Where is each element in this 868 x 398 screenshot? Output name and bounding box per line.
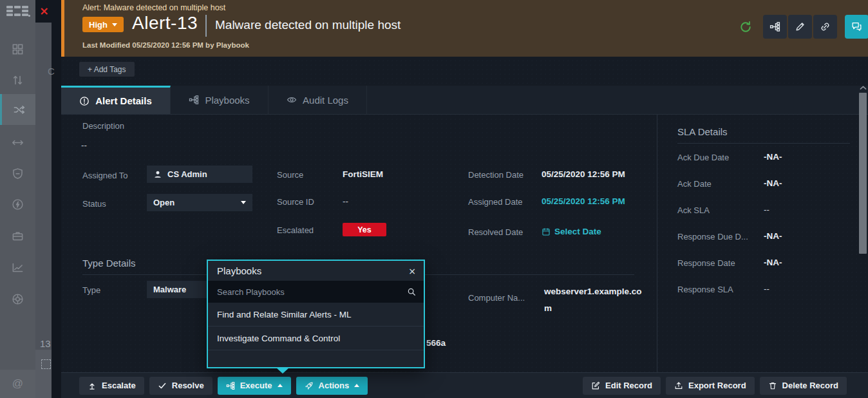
playbook-tree-icon	[226, 381, 235, 390]
sidebar-item-automation[interactable]	[0, 189, 35, 220]
actions-button[interactable]: Actions	[296, 377, 368, 395]
button-label: Resolve	[172, 381, 204, 390]
close-record-button[interactable]: ×	[39, 4, 49, 17]
edit-record-button[interactable]: Edit Record	[583, 377, 661, 395]
comments-button[interactable]	[845, 15, 868, 39]
sla-value: -NA-	[764, 231, 782, 241]
button-label: Edit Record	[605, 381, 652, 390]
popup-search-bar	[208, 281, 424, 303]
tab-playbooks[interactable]: Playbooks	[171, 86, 269, 114]
sla-value: --	[764, 205, 769, 214]
assigned-date-link[interactable]: 05/25/2020 12:56 PM	[542, 196, 625, 206]
calendar-icon	[542, 227, 551, 236]
pencil-icon	[795, 21, 806, 32]
refresh-icon[interactable]	[739, 21, 752, 33]
title-separator	[205, 15, 207, 37]
playbooks-popup: Playbooks × Find and Relate Similar Aler…	[207, 260, 425, 368]
status-dropdown[interactable]: Open	[147, 194, 252, 211]
description-value: --	[81, 140, 87, 150]
bolt-circle-icon	[12, 198, 24, 211]
severity-dropdown[interactable]: High	[82, 17, 124, 32]
close-icon[interactable]: ×	[408, 266, 416, 276]
assigned-date-label: Assigned Date	[468, 197, 523, 207]
briefcase-icon	[12, 230, 24, 242]
sla-value: --	[764, 284, 769, 294]
type-label: Type	[82, 285, 100, 295]
background-page-strip: × C 13	[35, 0, 61, 398]
resolve-button[interactable]: Resolve	[149, 377, 212, 395]
playbooks-button[interactable]	[763, 15, 787, 39]
search-icon	[407, 287, 416, 296]
page-title: Malware detected on multiple host	[215, 18, 401, 32]
playbook-item[interactable]: Investigate Command & Control	[208, 327, 424, 350]
severity-label: High	[89, 20, 108, 30]
computer-name-value: webserver1.example.com	[544, 283, 642, 317]
tab-alert-details[interactable]: Alert Details	[61, 86, 171, 114]
assigned-to-field[interactable]: CS Admin	[147, 166, 252, 183]
tags-row: + Add Tags	[61, 57, 868, 86]
sla-label: Ack Due Date	[677, 153, 729, 162]
playbook-item[interactable]: Find and Relate Similar Alerts - ML	[208, 303, 424, 327]
type-details-heading: Type Details	[82, 258, 136, 269]
delete-record-button[interactable]: Delete Record	[760, 377, 847, 395]
sla-label: Response SLA	[677, 285, 733, 294]
source-id-label: Source ID	[277, 197, 314, 207]
search-playbooks-input[interactable]	[217, 287, 407, 297]
resolved-date-link[interactable]: Select Date	[542, 227, 601, 236]
detection-date-label: Detection Date	[468, 170, 524, 180]
dimmed-page-text: C	[48, 66, 55, 77]
scrollbar-thumb[interactable]	[859, 93, 867, 254]
edit-button[interactable]	[788, 15, 812, 39]
sidebar-item-mentions[interactable]: @	[0, 370, 35, 398]
sla-value: -NA-	[764, 152, 782, 162]
left-nav-rail: @	[0, 0, 35, 398]
export-record-button[interactable]: Export Record	[666, 377, 755, 395]
popup-header: Playbooks ×	[208, 261, 424, 281]
cybersponse-logo	[5, 5, 31, 21]
sidebar-item-navigator[interactable]	[0, 127, 35, 158]
detection-date-value: 05/25/2020 12:56 PM	[542, 169, 625, 179]
execute-button[interactable]: Execute	[218, 377, 291, 395]
source-id-value: --	[343, 196, 348, 206]
sla-label: Ack SLA	[677, 205, 710, 215]
scroll-up-icon[interactable]	[859, 83, 867, 91]
chevron-up-icon	[354, 384, 359, 387]
tab-audit-logs[interactable]: Audit Logs	[269, 86, 367, 114]
status-label: Status	[82, 199, 106, 209]
app-root: @ × C 13 Alert: Malware detected on mult…	[0, 0, 868, 398]
assigned-date-value: 05/25/2020 12:56 PM	[542, 196, 625, 206]
shield-icon	[12, 167, 24, 180]
alert-circle-icon	[79, 96, 90, 106]
link-icon	[820, 21, 831, 32]
breadcrumb: Alert: Malware detected on multiple host	[82, 3, 225, 12]
trash-icon	[768, 381, 777, 390]
escalate-button[interactable]: Escalate	[79, 377, 144, 395]
status-value: Open	[153, 198, 175, 207]
sla-label: Response Date	[677, 258, 735, 268]
playbook-tree-icon	[769, 21, 780, 32]
computer-name-label: Computer Na...	[468, 293, 525, 303]
add-tags-button[interactable]: + Add Tags	[79, 62, 135, 77]
sidebar-item-security[interactable]	[0, 158, 35, 189]
at-sign-icon: @	[12, 377, 23, 390]
check-icon	[158, 381, 167, 390]
sidebar-item-dashboard[interactable]	[0, 33, 35, 64]
sla-value: -NA-	[764, 178, 782, 188]
sidebar-item-reports[interactable]	[0, 252, 35, 283]
person-icon	[153, 170, 162, 179]
sidebar-item-incident-response[interactable]	[0, 94, 35, 125]
description-label: Description	[82, 121, 124, 131]
source-value: FortiSIEM	[343, 169, 383, 179]
copy-link-button[interactable]	[813, 15, 837, 39]
sidebar-item-widgets[interactable]	[0, 283, 35, 314]
expand-arrows-icon	[12, 137, 24, 149]
button-label: Escalate	[102, 381, 136, 390]
popup-caret	[276, 368, 289, 374]
record-tabbar: Alert Details Playbooks Audit Logs	[61, 86, 868, 115]
tab-label: Playbooks	[205, 95, 249, 106]
edit-square-icon	[591, 381, 600, 390]
partial-hash-value: 566a	[426, 338, 446, 348]
dimmed-row-checkbox	[41, 359, 51, 369]
sidebar-item-queues[interactable]	[0, 64, 35, 95]
sidebar-item-resources[interactable]	[0, 220, 35, 251]
